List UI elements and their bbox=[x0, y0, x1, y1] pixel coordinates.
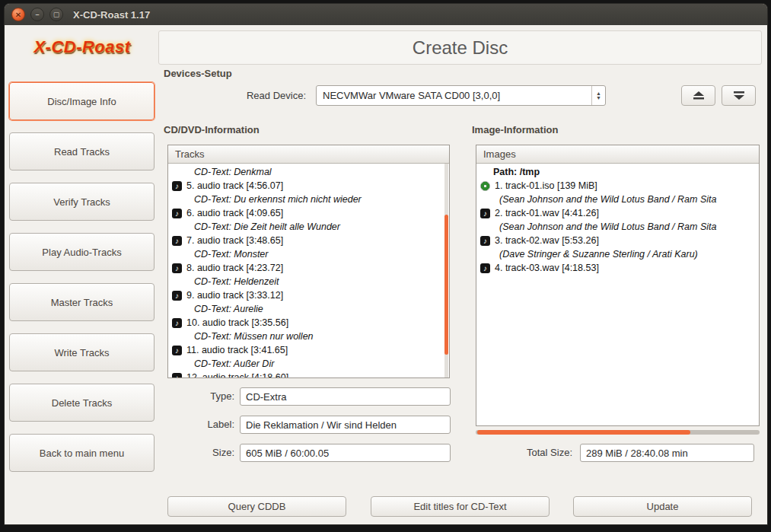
disc-icon bbox=[480, 181, 490, 191]
track-row[interactable]: CD-Text: Heldenzeit bbox=[168, 275, 449, 288]
window-title: X-CD-Roast 1.17 bbox=[73, 9, 150, 21]
track-row[interactable]: CD-Text: Die Zeit heilt alle Wunder bbox=[168, 220, 449, 234]
minimize-button[interactable]: – bbox=[30, 8, 44, 21]
row-text: CD-Text: Monster bbox=[194, 249, 268, 260]
combo-spinner-icon[interactable]: ▲ ▼ bbox=[591, 86, 605, 105]
sidebar: Disc/Image InfoRead TracksVerify TracksP… bbox=[9, 82, 155, 484]
tracks-list-rows: CD-Text: Denkmal♪5. audio track [4:56.07… bbox=[168, 164, 449, 377]
row-text: CD-Text: Du erkennst mich nicht wieder bbox=[194, 194, 362, 205]
images-list: Images Path: /tmp1. track-01.iso [139 Mi… bbox=[476, 145, 760, 426]
app-window: ✕–▢ X-CD-Roast 1.17 X-CD-Roast Disc/Imag… bbox=[5, 4, 767, 524]
track-row[interactable]: CD-Text: Außer Dir bbox=[168, 357, 449, 371]
audio-note-icon: ♪ bbox=[480, 209, 490, 218]
sidebar-item-write-tracks[interactable]: Write Tracks bbox=[9, 333, 155, 371]
images-list-rows: Path: /tmp1. track-01.iso [139 MiB](Sean… bbox=[476, 164, 759, 425]
row-text: 8. audio track [4:23.72] bbox=[186, 263, 283, 273]
images-hscrollbar-trough[interactable] bbox=[476, 430, 760, 435]
images-column-header[interactable]: Images bbox=[476, 145, 759, 164]
update-button[interactable]: Update bbox=[573, 496, 752, 517]
image-row[interactable]: (Sean Johnson and the Wild Lotus Band / … bbox=[476, 193, 759, 206]
track-row[interactable]: ♪9. audio track [3:33.12] bbox=[168, 288, 449, 302]
label-field[interactable]: Die Reklamation / Wir sind Helden bbox=[240, 416, 451, 434]
row-text: (Sean Johnson and the Wild Lotus Band / … bbox=[499, 221, 716, 232]
row-text: CD-Text: Denkmal bbox=[194, 167, 272, 177]
track-row[interactable]: CD-Text: Du erkennst mich nicht wieder bbox=[168, 193, 449, 206]
sidebar-item-verify-tracks[interactable]: Verify Tracks bbox=[9, 183, 155, 221]
row-text: CD-Text: Die Zeit heilt alle Wunder bbox=[194, 221, 340, 232]
image-row[interactable]: (Sean Johnson and the Wild Lotus Band / … bbox=[476, 220, 759, 234]
sidebar-item-delete-tracks[interactable]: Delete Tracks bbox=[9, 384, 155, 422]
row-text: 9. audio track [3:33.12] bbox=[186, 290, 283, 301]
row-text: 6. audio track [4:09.65] bbox=[186, 208, 283, 218]
xcdroast-logo: X-CD-Roast bbox=[21, 37, 143, 57]
type-field[interactable]: CD-Extra bbox=[240, 387, 451, 406]
main-content: X-CD-Roast Disc/Image InfoRead TracksVer… bbox=[5, 25, 767, 524]
total-size-field[interactable]: 289 MiB / 28:40.08 min bbox=[580, 444, 754, 462]
row-text: CD-Text: Heldenzeit bbox=[194, 276, 279, 287]
image-row[interactable]: 1. track-01.iso [139 MiB] bbox=[476, 179, 759, 193]
page-header: Create Disc bbox=[158, 30, 762, 65]
row-text: 12. audio track [4:18.60] bbox=[186, 372, 288, 377]
audio-note-icon: ♪ bbox=[172, 318, 182, 328]
track-row[interactable]: ♪10. audio track [3:35.56] bbox=[168, 316, 449, 330]
row-text: 7. audio track [3:48.65] bbox=[186, 235, 283, 246]
eject-icon bbox=[693, 91, 704, 100]
tracks-scrollbar-thumb[interactable] bbox=[444, 215, 448, 355]
track-row[interactable]: ♪11. audio track [3:41.65] bbox=[168, 343, 449, 357]
track-row[interactable]: ♪12. audio track [4:18.60] bbox=[168, 371, 449, 377]
spinner-down-icon: ▼ bbox=[596, 96, 601, 100]
track-row[interactable]: ♪5. audio track [4:56.07] bbox=[168, 179, 449, 193]
image-row[interactable]: (Dave Stringer & Suzanne Sterling / Arat… bbox=[476, 247, 759, 261]
size-field[interactable]: 605 MiB / 60:00.05 bbox=[240, 444, 451, 462]
window-controls: ✕–▢ bbox=[11, 8, 63, 21]
audio-note-icon: ♪ bbox=[480, 263, 490, 273]
row-text: (Sean Johnson and the Wild Lotus Band / … bbox=[499, 194, 716, 205]
audio-note-icon: ♪ bbox=[172, 236, 182, 246]
row-text: 10. audio track [3:35.56] bbox=[186, 317, 288, 328]
audio-note-icon: ♪ bbox=[172, 263, 182, 273]
row-text: 2. track-01.wav [4:41.26] bbox=[495, 208, 599, 218]
track-row[interactable]: ♪6. audio track [4:09.65] bbox=[168, 206, 449, 220]
sidebar-item-read-tracks[interactable]: Read Tracks bbox=[9, 132, 155, 170]
row-text: CD-Text: Aurelie bbox=[194, 304, 263, 314]
track-row[interactable]: ♪8. audio track [4:23.72] bbox=[168, 261, 449, 275]
titlebar[interactable]: ✕–▢ X-CD-Roast 1.17 bbox=[5, 4, 767, 25]
load-tray-icon bbox=[734, 91, 744, 100]
maximize-button[interactable]: ▢ bbox=[49, 8, 63, 21]
read-device-combo[interactable]: NECVMWar VMware SATA CD00 [3,0,0] ▲ ▼ bbox=[316, 85, 606, 106]
image-row[interactable]: ♪2. track-01.wav [4:41.26] bbox=[476, 206, 759, 220]
sidebar-item-disc-image-info[interactable]: Disc/Image Info bbox=[9, 82, 155, 120]
row-text: CD-Text: Müssen nur wollen bbox=[194, 331, 314, 342]
sidebar-item-play-audio-tracks[interactable]: Play Audio-Tracks bbox=[9, 233, 155, 271]
track-row[interactable]: ♪7. audio track [3:48.65] bbox=[168, 234, 449, 247]
load-tray-button[interactable] bbox=[722, 85, 756, 106]
row-text: (Dave Stringer & Suzanne Sterling / Arat… bbox=[499, 249, 698, 260]
audio-note-icon: ♪ bbox=[172, 373, 182, 378]
image-row[interactable]: Path: /tmp bbox=[476, 165, 759, 179]
edit-cd-text-button[interactable]: Edit titles for CD-Text bbox=[371, 496, 550, 517]
sidebar-item-master-tracks[interactable]: Master Tracks bbox=[9, 283, 155, 321]
track-row[interactable]: CD-Text: Denkmal bbox=[168, 165, 449, 179]
eject-button[interactable] bbox=[681, 85, 715, 106]
image-row[interactable]: ♪3. track-02.wav [5:53.26] bbox=[476, 234, 759, 247]
read-device-value: NECVMWar VMware SATA CD00 [3,0,0] bbox=[317, 86, 591, 105]
track-row[interactable]: CD-Text: Müssen nur wollen bbox=[168, 330, 449, 343]
tracks-list: Tracks CD-Text: Denkmal♪5. audio track [… bbox=[167, 145, 450, 378]
track-row[interactable]: CD-Text: Aurelie bbox=[168, 302, 449, 316]
read-device-label: Read Device: bbox=[164, 85, 311, 106]
type-label: Type: bbox=[162, 390, 234, 402]
total-size-label: Total Size: bbox=[496, 447, 572, 458]
close-button[interactable]: ✕ bbox=[11, 8, 25, 21]
audio-note-icon: ♪ bbox=[172, 209, 182, 218]
size-label: Size: bbox=[162, 447, 234, 458]
page-title: Create Disc bbox=[413, 37, 508, 59]
sidebar-item-back-to-main-menu[interactable]: Back to main menu bbox=[9, 434, 155, 472]
row-text: 3. track-02.wav [5:53.26] bbox=[495, 235, 599, 246]
audio-note-icon: ♪ bbox=[480, 236, 490, 246]
images-hscrollbar-thumb[interactable] bbox=[477, 430, 690, 435]
image-row[interactable]: ♪4. track-03.wav [4:18.53] bbox=[476, 261, 759, 275]
track-row[interactable]: CD-Text: Monster bbox=[168, 247, 449, 261]
tracks-column-header[interactable]: Tracks bbox=[168, 145, 449, 164]
cd-dvd-information-label: CD/DVD-Information bbox=[164, 124, 260, 135]
query-cddb-button[interactable]: Query CDDB bbox=[167, 496, 346, 517]
